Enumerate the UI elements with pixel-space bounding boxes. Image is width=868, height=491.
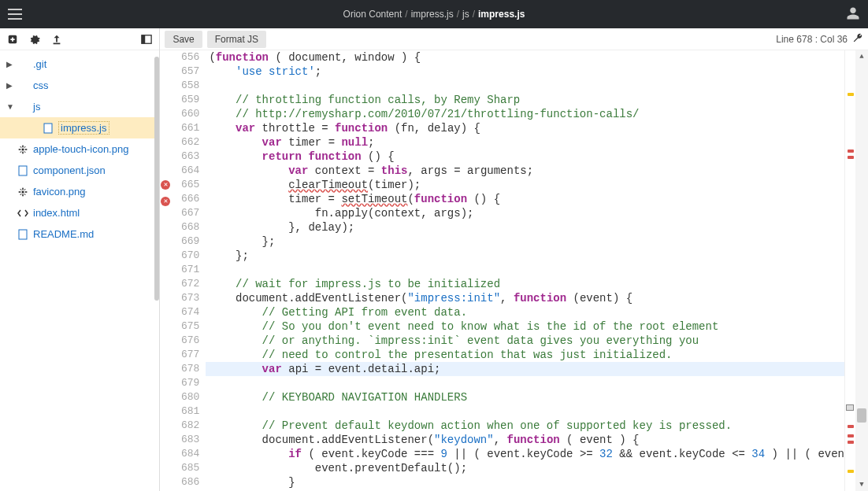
code-line[interactable]: // throttling function calls, by Remy Sh… (206, 93, 844, 107)
tree-item-js[interactable]: ▼js (0, 96, 159, 117)
tree-item-label: index.html (33, 207, 80, 219)
code-line[interactable] (206, 404, 844, 419)
tree-item-label: js (33, 101, 40, 113)
tree-item-apple-touch-icon-png[interactable]: apple-touch-icon.png (0, 138, 159, 160)
code-line[interactable]: // So you don't event need to know what … (206, 319, 844, 334)
error-annotation-icon[interactable]: ✕ (161, 180, 170, 190)
code-line[interactable]: var api = event.detail.api; (206, 362, 844, 376)
breadcrumb-segment[interactable]: impress.js (411, 9, 454, 20)
new-file-icon[interactable] (6, 33, 19, 46)
code-line[interactable]: // wait for impress.js to be initialized (206, 277, 844, 291)
svg-rect-2 (142, 35, 145, 43)
code-line[interactable]: timer = setTimeout(function () { (206, 192, 844, 206)
svg-point-6 (22, 190, 24, 193)
code-line[interactable]: var timer = null; (206, 135, 844, 150)
ruler-error-mark[interactable] (848, 441, 854, 444)
top-bar: Orion Content/ impress.js/ js/ impress.j… (0, 0, 868, 28)
wrench-icon[interactable] (852, 32, 863, 46)
tree-item-readme-md[interactable]: README.md (0, 223, 159, 245)
code-line[interactable]: var context = this, args = arguments; (206, 164, 844, 178)
code-line[interactable]: } (206, 475, 844, 489)
tree-item-label: apple-touch-icon.png (33, 143, 128, 155)
tree-item-label: impress.js (58, 121, 109, 135)
save-button[interactable]: Save (165, 31, 202, 48)
ruler-error-mark[interactable] (848, 425, 854, 428)
tree-item-label: component.json (33, 164, 106, 176)
code-line[interactable]: return function () { (206, 150, 844, 164)
ruler-warning-mark[interactable] (848, 470, 854, 473)
breadcrumb-segment[interactable]: js (462, 9, 469, 20)
sidebar-toolbar (0, 28, 159, 50)
tree-item-favicon-png[interactable]: favicon.png (0, 181, 159, 202)
code-line[interactable]: clearTimeout(timer); (206, 178, 844, 192)
code-content[interactable]: (function ( document, window ) { 'use st… (206, 50, 844, 491)
gear-icon[interactable] (28, 33, 41, 46)
scroll-up-arrow[interactable]: ▲ (855, 50, 868, 63)
tree-item-label: .git (33, 58, 46, 70)
overview-ruler[interactable] (844, 50, 855, 491)
code-line[interactable]: // http://remysharp.com/2010/07/21/throt… (206, 107, 844, 121)
toggle-sidebar-icon[interactable] (140, 33, 153, 46)
cursor-position: Line 678 : Col 36 (776, 34, 848, 45)
scroll-down-arrow[interactable]: ▼ (855, 478, 868, 491)
annotation-gutter: ✕✕ (160, 50, 171, 491)
svg-rect-3 (44, 124, 52, 133)
tree-item-component-json[interactable]: component.json (0, 160, 159, 181)
code-line[interactable]: }; (206, 234, 844, 249)
code-line[interactable] (206, 376, 844, 390)
code-line[interactable]: 'use strict'; (206, 65, 844, 79)
line-number-gutter: 6566576586596606616626636646656666676686… (171, 50, 206, 491)
svg-rect-7 (19, 230, 27, 239)
code-line[interactable] (206, 263, 844, 277)
ruler-warning-mark[interactable] (848, 93, 854, 96)
code-editor[interactable]: ✕✕ 6566576586596606616626636646656666676… (160, 50, 868, 491)
breadcrumb: Orion Content/ impress.js/ js/ impress.j… (343, 9, 525, 20)
editor-toolbar: Save Format JS Line 678 : Col 36 (160, 28, 868, 50)
upload-icon[interactable] (50, 33, 63, 46)
error-annotation-icon[interactable]: ✕ (161, 197, 170, 206)
code-line[interactable]: event.preventDefault(); (206, 461, 844, 475)
code-line[interactable] (206, 79, 844, 93)
ruler-error-mark[interactable] (848, 156, 854, 159)
format-button[interactable]: Format JS (207, 31, 266, 48)
code-line[interactable]: if ( event.keyCode === 9 || ( event.keyC… (206, 447, 844, 461)
tree-item-label: css (33, 79, 49, 91)
user-icon[interactable] (846, 6, 860, 23)
ruler-viewport-indicator[interactable] (846, 404, 854, 411)
tree-item-impress-js[interactable]: impress.js (0, 117, 159, 138)
breadcrumb-current: impress.js (478, 9, 525, 20)
tree-item-label: favicon.png (33, 186, 86, 198)
breadcrumb-segment[interactable]: Orion Content (343, 9, 402, 20)
editor-pane: Save Format JS Line 678 : Col 36 ✕✕ 6566… (160, 28, 868, 491)
tree-item-label: README.md (33, 228, 94, 240)
scrollbar-thumb[interactable] (154, 57, 159, 301)
vertical-scrollbar[interactable]: ▲ ▼ (855, 50, 868, 491)
code-line[interactable]: // need to control the presentation that… (206, 348, 844, 362)
ruler-error-mark[interactable] (848, 150, 854, 153)
ruler-error-mark[interactable] (848, 434, 854, 437)
code-line[interactable]: document.addEventListener("keydown", fun… (206, 433, 844, 447)
code-line[interactable]: fn.apply(context, args); (206, 206, 844, 220)
file-navigator: ▶.git▶css▼jsimpress.jsapple-touch-icon.p… (0, 28, 160, 491)
code-line[interactable]: }, delay); (206, 220, 844, 234)
tree-item-index-html[interactable]: index.html (0, 202, 159, 223)
code-line[interactable]: // Getting API from event data. (206, 305, 844, 319)
code-line[interactable]: var throttle = function (fn, delay) { (206, 121, 844, 135)
code-line[interactable]: // KEYBOARD NAVIGATION HANDLERS (206, 390, 844, 404)
code-line[interactable]: // or anything. `impress:init` event dat… (206, 334, 844, 348)
svg-rect-5 (19, 166, 27, 175)
code-line[interactable]: // Prevent default keydown action when o… (206, 419, 844, 433)
tree-item-css[interactable]: ▶css (0, 75, 159, 96)
code-line[interactable]: document.addEventListener("impress:init"… (206, 291, 844, 305)
tree-item--git[interactable]: ▶.git (0, 54, 159, 75)
scrollbar-thumb[interactable] (857, 408, 866, 423)
file-tree: ▶.git▶css▼jsimpress.jsapple-touch-icon.p… (0, 50, 159, 491)
code-line[interactable]: (function ( document, window ) { (206, 50, 844, 65)
svg-point-4 (22, 148, 24, 150)
menu-icon[interactable] (8, 9, 22, 20)
code-line[interactable]: }; (206, 249, 844, 263)
